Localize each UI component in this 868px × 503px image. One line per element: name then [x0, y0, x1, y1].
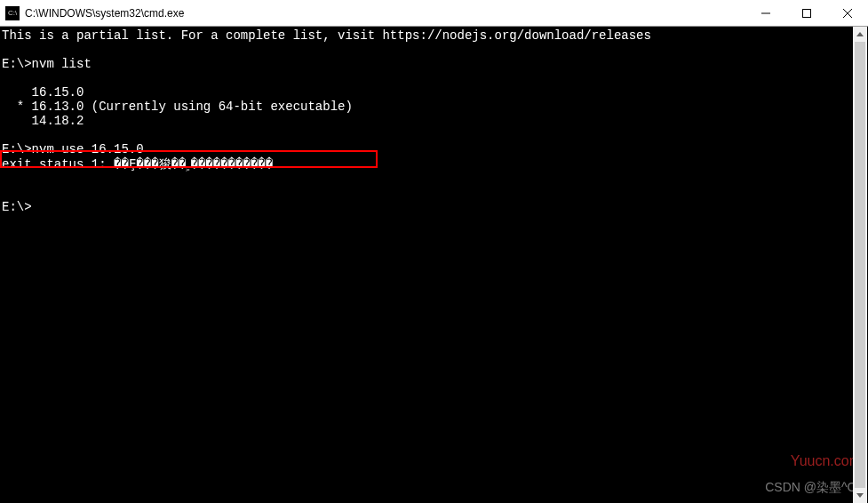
output-line [2, 172, 866, 186]
error-line: exit status 1: ��Ȩ���狻��˲����������� [2, 157, 866, 172]
minimize-button[interactable] [745, 0, 786, 27]
close-button[interactable] [827, 0, 868, 27]
scrollbar-up-button[interactable] [853, 27, 867, 42]
cmd-icon: C:\ [5, 6, 20, 20]
maximize-icon [802, 9, 811, 18]
chevron-down-icon [856, 493, 864, 498]
prompt-line: E:\>nvm list [2, 57, 866, 71]
watermark-csdn: CSDN @染墨^O^ [765, 480, 863, 494]
window-controls [745, 0, 868, 26]
maximize-button[interactable] [786, 0, 827, 27]
output-line: 14.18.2 [2, 114, 866, 128]
output-line [2, 128, 866, 142]
output-line [2, 43, 866, 57]
svg-rect-1 [803, 10, 811, 18]
output-line [2, 186, 866, 200]
window-titlebar: C:\ C:\WINDOWS\system32\cmd.exe [0, 0, 868, 27]
output-line: This is a partial list. For a complete l… [2, 28, 866, 43]
prompt-line: E:\> [2, 200, 866, 214]
minimize-icon [761, 9, 770, 18]
chevron-up-icon [856, 32, 864, 36]
svg-marker-5 [856, 493, 864, 498]
svg-marker-4 [856, 32, 864, 36]
scrollbar-track[interactable] [853, 42, 867, 488]
output-line: * 16.13.0 (Currently using 64-bit execut… [2, 100, 866, 114]
terminal-output[interactable]: This is a partial list. For a complete l… [0, 27, 868, 503]
vertical-scrollbar[interactable] [853, 27, 867, 503]
output-line: 16.15.0 [2, 85, 866, 100]
scrollbar-down-button[interactable] [853, 488, 867, 503]
window-title: C:\WINDOWS\system32\cmd.exe [25, 7, 745, 20]
watermark-yuucn: Yuucn.com [791, 453, 861, 469]
output-line [2, 71, 866, 85]
scrollbar-thumb[interactable] [855, 42, 865, 488]
prompt-line: E:\>nvm use 16.15.0 [2, 142, 866, 156]
close-icon [843, 9, 852, 18]
